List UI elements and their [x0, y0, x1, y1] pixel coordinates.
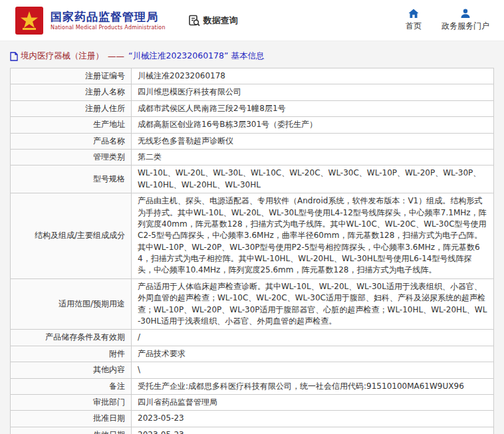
- table-row: 备注受托生产企业:成都思多科医疗科技有限公司，统一社会信用代码:91510100…: [11, 378, 494, 394]
- row-label: 生产地址: [11, 117, 132, 133]
- breadcrumb-category: 境内医疗器械（注册）: [21, 51, 104, 62]
- table-row: 批准日期2023-05-23: [11, 411, 494, 427]
- row-value: 2023-05-23: [132, 411, 494, 427]
- row-label-text: 型号规格: [93, 174, 125, 183]
- info-table-body: 注册证编号川械注准20232060178注册人名称四川维思模医疗科技有限公司注册…: [11, 68, 494, 434]
- row-label-text: 生产地址: [93, 120, 125, 129]
- table-row: 其他内容\: [11, 362, 494, 378]
- row-label-text: 注册证编号: [85, 71, 125, 80]
- national-emblem-icon: [15, 6, 44, 35]
- table-row: 适用范围/预期用途产品适用于人体临床超声检查诊断。其中WL-10L、WL-20L…: [11, 278, 494, 330]
- person-icon: [460, 9, 471, 19]
- row-label: 注册人名称: [11, 84, 132, 100]
- row-value: 四川维思模医疗科技有限公司: [132, 84, 494, 100]
- row-value: /: [132, 330, 494, 346]
- row-value: 受托生产企业:成都思多科医疗科技有限公司，统一社会信用代码:91510100MA…: [132, 378, 494, 394]
- nav-item-home[interactable]: 首页: [406, 9, 422, 32]
- row-label: 批准日期: [11, 411, 132, 427]
- nav-home-label: 首页: [406, 21, 422, 32]
- table-row: 结构及组成/主要组成成分产品由主机、探头、电源适配器、专用软件（Android系…: [11, 193, 494, 279]
- row-label-text: 附件: [109, 349, 125, 358]
- row-label-text: 批准日期: [93, 413, 125, 423]
- row-label: 备注: [11, 378, 132, 394]
- row-value: 产品技术要求: [132, 346, 494, 362]
- document-icon: [10, 52, 18, 61]
- row-label-text: 结构及组成/主要组成成分: [35, 231, 125, 240]
- nav-item-portal[interactable]: 政务服务门户: [441, 9, 489, 32]
- row-label-text: 管理类别: [93, 152, 125, 162]
- table-row: 生效日期2023-05-23: [11, 427, 494, 434]
- site-header: 国家药品监督管理局 National Medical Products Admi…: [0, 0, 504, 41]
- row-value: 产品由主机、探头、电源适配器、专用软件（Android系统，软件发布版本：V1）…: [132, 193, 494, 279]
- table-row: 附件产品技术要求: [11, 346, 494, 362]
- row-value: 成都高新区创业路16号B栋3层301号（委托生产）: [132, 117, 494, 133]
- row-label: 其他内容: [11, 362, 132, 378]
- table-row: 审批部门四川省药品监督管理局: [11, 394, 494, 410]
- row-value: 四川省药品监督管理局: [132, 394, 494, 410]
- registration-info-table: 注册证编号川械注准20232060178注册人名称四川维思模医疗科技有限公司注册…: [10, 68, 494, 434]
- table-row: 注册人住所成都市武侯区人民南路三段2号1幢8层1号: [11, 100, 494, 116]
- table-row: 产品储存条件及有效期/: [11, 330, 494, 346]
- table-row: 管理类别第二类: [11, 149, 494, 165]
- row-value: \: [132, 362, 494, 378]
- table-row: 注册证编号川械注准20232060178: [11, 68, 494, 84]
- row-label-text: 注册人名称: [85, 87, 125, 96]
- table-row: 注册人名称四川维思模医疗科技有限公司: [11, 84, 494, 100]
- row-label: 附件: [11, 346, 132, 362]
- row-value: 川械注准20232060178: [132, 68, 494, 84]
- row-label: 注册证编号: [11, 68, 132, 84]
- row-label-text: 适用范围/预期用途: [59, 299, 125, 308]
- row-label: 适用范围/预期用途: [11, 278, 132, 330]
- header-nav: 首页 政务服务门户: [406, 9, 492, 32]
- breadcrumb-title: “川械注准20232060178” 基本信息: [128, 51, 264, 62]
- row-value: WL-10L、WL-20L、WL-30L、WL-10C、WL-20C、WL-30…: [132, 165, 494, 193]
- brand-block: 国家药品监督管理局 National Medical Products Admi…: [51, 10, 166, 31]
- row-label-text: 产品名称: [93, 136, 125, 146]
- breadcrumb: 境内医疗器械（注册） —— “川械注准20232060178” 基本信息: [0, 41, 504, 68]
- row-label-text: 注册人住所: [85, 104, 125, 113]
- row-label-text: 产品储存条件及有效期: [45, 332, 125, 342]
- row-label: 型号规格: [11, 165, 132, 193]
- breadcrumb-dash: ——: [108, 51, 124, 61]
- table-row: 产品名称无线彩色多普勒超声诊断仪: [11, 133, 494, 149]
- row-label: 结构及组成/主要组成成分: [11, 193, 132, 279]
- table-row: 型号规格WL-10L、WL-20L、WL-30L、WL-10C、WL-20C、W…: [11, 165, 494, 193]
- nav-portal-label: 政务服务门户: [441, 21, 489, 32]
- nav-data-query[interactable]: 数据查询: [188, 15, 238, 27]
- row-label-text: 备注: [109, 381, 125, 391]
- row-value: 成都市武侯区人民南路三段2号1幢8层1号: [132, 100, 494, 116]
- row-label: 审批部门: [11, 394, 132, 410]
- row-label: 注册人住所: [11, 100, 132, 116]
- agency-name-en: National Medical Products Administration: [51, 25, 166, 31]
- nav-query-label: 数据查询: [203, 15, 238, 27]
- row-label: 产品储存条件及有效期: [11, 330, 132, 346]
- agency-name-cn: 国家药品监督管理局: [51, 10, 166, 23]
- row-value: 无线彩色多普勒超声诊断仪: [132, 133, 494, 149]
- row-value: 2023-05-23: [132, 427, 494, 434]
- table-row: 生产地址成都高新区创业路16号B栋3层301号（委托生产）: [11, 117, 494, 133]
- row-value: 产品适用于人体临床超声检查诊断。其中WL-10L、WL-20L、WL-30L适用…: [132, 278, 494, 330]
- row-value: 第二类: [132, 149, 494, 165]
- row-label-text: 其他内容: [93, 365, 125, 374]
- data-search-icon: [188, 15, 200, 27]
- row-label: 管理类别: [11, 149, 132, 165]
- row-label: 产品名称: [11, 133, 132, 149]
- home-icon: [408, 9, 419, 19]
- row-label-text: 生效日期: [93, 430, 125, 434]
- row-label-text: 审批部门: [93, 397, 125, 407]
- row-label: 生效日期: [11, 427, 132, 434]
